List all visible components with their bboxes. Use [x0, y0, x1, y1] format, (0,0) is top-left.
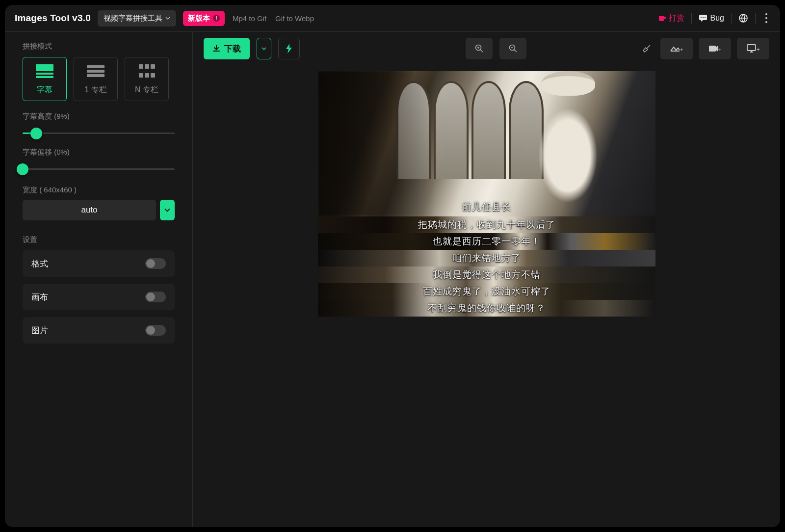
- zoom-in-button[interactable]: [466, 38, 493, 59]
- main-frame: 前几任县长: [318, 71, 655, 216]
- divider: [755, 13, 756, 24]
- subtitle-offset-label: 字幕偏移 (0%): [23, 148, 175, 157]
- download-icon: [212, 45, 220, 53]
- more-menu-button[interactable]: [762, 10, 770, 26]
- setting-format-toggle[interactable]: [145, 258, 166, 269]
- add-video-button[interactable]: +: [699, 38, 731, 59]
- subtitle-strip-3: 咱们来错地方了: [318, 250, 655, 266]
- settings-section-label: 设置: [23, 235, 175, 244]
- zoom-in-icon: [475, 44, 484, 53]
- svg-text:+: +: [680, 47, 683, 53]
- donate-button[interactable]: 打赏: [658, 13, 684, 24]
- clear-button[interactable]: [639, 41, 654, 56]
- one-column-mode-icon: [86, 63, 105, 79]
- svg-point-2: [703, 17, 704, 18]
- mode-n-column-label: N 专栏: [135, 85, 158, 95]
- setting-image-label: 图片: [31, 325, 48, 336]
- download-options-button[interactable]: [257, 38, 271, 59]
- width-select[interactable]: auto: [23, 200, 156, 220]
- video-add-icon: +: [708, 44, 721, 53]
- subtitle-strip-1: 把鹅城的税，收到九十年以后了: [318, 216, 655, 233]
- alert-dot-icon: !: [213, 15, 220, 22]
- setting-canvas-label: 画布: [31, 292, 48, 303]
- divider: [731, 13, 732, 24]
- subtitle-strip-6: 不刮穷鬼的钱你收谁的呀？: [318, 300, 655, 317]
- bolt-button[interactable]: [278, 38, 300, 59]
- svg-text:+: +: [757, 46, 759, 52]
- subtitle-line-5: 百姓成穷鬼了，没油水可榨了: [423, 285, 550, 298]
- divider: [691, 13, 692, 24]
- subtitle-strip-2: 也就是西历二零一零年！: [318, 233, 655, 250]
- setting-format[interactable]: 格式: [23, 250, 175, 277]
- svg-text:+: +: [718, 47, 721, 53]
- zoom-out-button[interactable]: [499, 38, 526, 59]
- tool-dropdown[interactable]: 视频字幕拼接工具: [98, 10, 176, 27]
- add-screen-button[interactable]: +: [737, 38, 769, 59]
- svg-rect-10: [747, 45, 756, 51]
- bolt-icon: [286, 44, 292, 53]
- setting-canvas[interactable]: 画布: [23, 284, 175, 310]
- subtitle-line-0: 前几任县长: [318, 201, 655, 213]
- chevron-down-icon: [262, 46, 266, 51]
- mode-one-column-label: 1 专栏: [84, 85, 106, 95]
- language-button[interactable]: [738, 13, 748, 23]
- subtitle-line-3: 咱们来错地方了: [452, 252, 521, 265]
- subtitle-strip-4: 我倒是觉得这个地方不错: [318, 266, 655, 283]
- setting-image-toggle[interactable]: [145, 325, 166, 336]
- new-version-badge[interactable]: 新版本 !: [183, 11, 225, 26]
- mode-subtitle-label: 字幕: [37, 85, 52, 95]
- setting-image[interactable]: 图片: [23, 317, 175, 344]
- setting-format-label: 格式: [31, 258, 48, 269]
- download-label: 下载: [224, 43, 241, 54]
- tool-dropdown-label: 视频字幕拼接工具: [104, 14, 162, 23]
- coffee-icon: [658, 14, 667, 22]
- setting-canvas-toggle[interactable]: [145, 292, 166, 302]
- nav-mp4-to-gif[interactable]: Mp4 to Gif: [232, 12, 267, 25]
- zoom-out-icon: [509, 44, 518, 53]
- image-add-icon: +: [670, 44, 683, 53]
- n-column-mode-icon: [138, 63, 156, 79]
- width-label: 宽度 ( 640x460 ): [23, 186, 175, 195]
- globe-icon: [738, 13, 748, 23]
- donate-label: 打赏: [669, 13, 684, 24]
- download-button[interactable]: 下载: [204, 38, 250, 59]
- screen-add-icon: +: [747, 44, 759, 53]
- stitched-preview: 前几任县长 把鹅城的税，收到九十年以后了 也就是西历二零一零年！ 咱们来错地方了…: [318, 71, 655, 317]
- subtitle-line-2: 也就是西历二零一零年！: [433, 235, 541, 248]
- broom-icon: [642, 44, 652, 53]
- subtitle-offset-slider[interactable]: [23, 162, 175, 177]
- mode-section-label: 拼接模式: [23, 42, 175, 51]
- subtitle-height-slider[interactable]: [23, 126, 175, 141]
- chevron-down-icon: [164, 207, 170, 213]
- subtitle-strip-5: 百姓成穷鬼了，没油水可榨了: [318, 283, 655, 300]
- svg-point-3: [705, 17, 706, 18]
- mode-n-column[interactable]: N 专栏: [125, 57, 169, 101]
- add-image-button[interactable]: +: [660, 38, 693, 59]
- svg-point-1: [701, 17, 702, 18]
- width-select-toggle[interactable]: [160, 200, 175, 220]
- subtitle-mode-icon: [35, 63, 54, 79]
- subtitle-line-4: 我倒是觉得这个地方不错: [433, 268, 541, 281]
- subtitle-line-6: 不刮穷鬼的钱你收谁的呀？: [428, 302, 546, 315]
- svg-rect-8: [709, 46, 716, 52]
- app-title: Images Tool v3.0: [15, 13, 91, 24]
- mode-one-column[interactable]: 1 专栏: [74, 57, 118, 101]
- chevron-down-icon: [165, 16, 170, 21]
- mode-subtitle[interactable]: 字幕: [23, 57, 67, 101]
- bug-label: Bug: [710, 14, 724, 23]
- canvas-area[interactable]: 前几任县长 把鹅城的税，收到九十年以后了 也就是西历二零一零年！ 咱们来错地方了…: [193, 65, 780, 527]
- subtitle-height-label: 字幕高度 (9%): [23, 112, 175, 121]
- chat-icon: [699, 14, 707, 22]
- new-version-label: 新版本: [188, 14, 210, 23]
- bug-button[interactable]: Bug: [699, 14, 724, 23]
- nav-gif-to-webp[interactable]: Gif to Webp: [274, 12, 315, 25]
- subtitle-line-1: 把鹅城的税，收到九十年以后了: [418, 218, 555, 231]
